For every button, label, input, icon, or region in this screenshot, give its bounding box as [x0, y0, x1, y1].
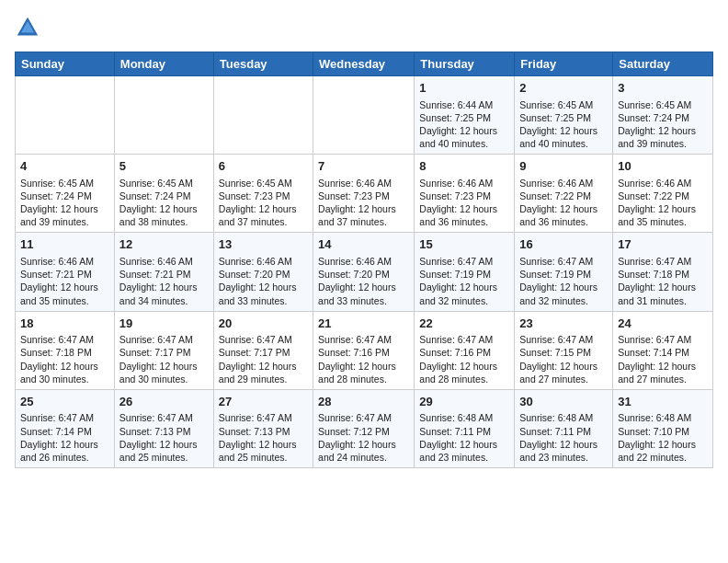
cell-text-line: Daylight: 12 hours [219, 438, 308, 451]
cell-text-line: and 27 minutes. [618, 373, 708, 385]
cell-text-line: and 39 minutes. [20, 215, 109, 228]
cell-text-line: Daylight: 12 hours [20, 360, 109, 373]
calendar-cell: 24Sunrise: 6:47 AMSunset: 7:14 PMDayligh… [613, 311, 713, 389]
cell-text-line: and 36 minutes. [519, 215, 608, 228]
header [15, 15, 713, 40]
day-number: 8 [419, 158, 509, 175]
cell-text-line: Sunrise: 6:46 AM [419, 177, 509, 190]
calendar-cell: 13Sunrise: 6:46 AMSunset: 7:20 PMDayligh… [213, 233, 313, 311]
cell-text-line: Sunrise: 6:47 AM [419, 255, 509, 268]
cell-text-line: and 37 minutes. [219, 215, 308, 228]
cell-text-line: Sunset: 7:21 PM [20, 268, 109, 281]
cell-text-line: Sunrise: 6:45 AM [119, 177, 209, 190]
cell-text-line: and 25 minutes. [219, 451, 308, 464]
cell-text-line: Sunset: 7:15 PM [519, 346, 608, 359]
cell-text-line: Sunset: 7:14 PM [618, 346, 708, 359]
cell-text-line: and 36 minutes. [419, 215, 509, 228]
cell-text-line: Sunrise: 6:47 AM [318, 411, 409, 424]
cell-text-line: Sunset: 7:25 PM [419, 111, 509, 124]
calendar-cell: 7Sunrise: 6:46 AMSunset: 7:23 PMDaylight… [313, 155, 415, 233]
calendar-cell [114, 76, 213, 155]
cell-text-line: Daylight: 12 hours [519, 124, 608, 137]
cell-content: 16Sunrise: 6:47 AMSunset: 7:19 PMDayligh… [519, 236, 608, 306]
cell-text-line: Daylight: 12 hours [20, 438, 109, 451]
logo [15, 15, 44, 40]
week-row-0: 1Sunrise: 6:44 AMSunset: 7:25 PMDaylight… [16, 76, 713, 155]
cell-text-line: Sunset: 7:23 PM [219, 190, 308, 202]
calendar-cell: 1Sunrise: 6:44 AMSunset: 7:25 PMDaylight… [415, 76, 515, 155]
cell-text-line: and 34 minutes. [119, 294, 209, 307]
calendar-cell [16, 76, 115, 155]
logo-icon [15, 15, 40, 40]
cell-content: 30Sunrise: 6:48 AMSunset: 7:11 PMDayligh… [519, 394, 608, 464]
cell-text-line: Sunrise: 6:46 AM [20, 255, 109, 268]
cell-text-line: and 33 minutes. [219, 294, 308, 307]
calendar-table: SundayMondayTuesdayWednesdayThursdayFrid… [15, 52, 713, 468]
cell-content: 31Sunrise: 6:48 AMSunset: 7:10 PMDayligh… [618, 394, 708, 464]
cell-text-line: Sunset: 7:21 PM [119, 268, 209, 281]
day-number: 17 [618, 236, 708, 253]
cell-text-line: Sunset: 7:14 PM [20, 425, 109, 438]
cell-text-line: Daylight: 12 hours [419, 360, 509, 373]
day-number: 16 [519, 236, 608, 253]
cell-text-line: and 22 minutes. [618, 451, 708, 464]
cell-text-line: Daylight: 12 hours [419, 281, 509, 293]
week-row-3: 18Sunrise: 6:47 AMSunset: 7:18 PMDayligh… [16, 311, 713, 389]
cell-text-line: Sunset: 7:23 PM [318, 190, 409, 202]
calendar-cell: 11Sunrise: 6:46 AMSunset: 7:21 PMDayligh… [16, 233, 115, 311]
cell-text-line: Sunset: 7:11 PM [419, 425, 509, 438]
calendar-cell: 31Sunrise: 6:48 AMSunset: 7:10 PMDayligh… [613, 389, 713, 467]
cell-text-line: Sunset: 7:25 PM [519, 111, 608, 124]
cell-text-line: Daylight: 12 hours [519, 202, 608, 215]
week-row-4: 25Sunrise: 6:47 AMSunset: 7:14 PMDayligh… [16, 389, 713, 467]
calendar-cell: 18Sunrise: 6:47 AMSunset: 7:18 PMDayligh… [16, 311, 115, 389]
cell-text-line: Sunset: 7:24 PM [618, 111, 708, 124]
cell-text-line: Daylight: 12 hours [618, 438, 708, 451]
calendar-cell: 14Sunrise: 6:46 AMSunset: 7:20 PMDayligh… [313, 233, 415, 311]
calendar-cell: 3Sunrise: 6:45 AMSunset: 7:24 PMDaylight… [613, 76, 713, 155]
day-number: 15 [419, 236, 509, 253]
cell-text-line: Daylight: 12 hours [519, 281, 608, 293]
calendar-cell: 21Sunrise: 6:47 AMSunset: 7:16 PMDayligh… [313, 311, 415, 389]
cell-text-line: and 40 minutes. [419, 137, 509, 150]
cell-text-line: Sunset: 7:11 PM [519, 425, 608, 438]
cell-text-line: Sunrise: 6:46 AM [618, 177, 708, 190]
day-header-monday: Monday [114, 52, 213, 76]
cell-content: 7Sunrise: 6:46 AMSunset: 7:23 PMDaylight… [318, 158, 409, 228]
cell-text-line: and 31 minutes. [618, 294, 708, 307]
cell-text-line: Sunset: 7:10 PM [618, 425, 708, 438]
cell-text-line: Sunset: 7:17 PM [219, 346, 308, 359]
calendar-cell: 17Sunrise: 6:47 AMSunset: 7:18 PMDayligh… [613, 233, 713, 311]
day-number: 21 [318, 316, 409, 332]
cell-text-line: Sunset: 7:24 PM [119, 190, 209, 202]
day-header-sunday: Sunday [16, 52, 115, 76]
day-number: 10 [618, 158, 708, 175]
cell-text-line: Daylight: 12 hours [119, 360, 209, 373]
cell-text-line: Daylight: 12 hours [419, 124, 509, 137]
cell-text-line: Sunrise: 6:46 AM [219, 255, 308, 268]
cell-text-line: Daylight: 12 hours [618, 202, 708, 215]
cell-text-line: and 25 minutes. [119, 451, 209, 464]
calendar-cell: 30Sunrise: 6:48 AMSunset: 7:11 PMDayligh… [515, 389, 613, 467]
cell-text-line: and 28 minutes. [419, 373, 509, 385]
cell-text-line: Sunrise: 6:46 AM [119, 255, 209, 268]
day-header-tuesday: Tuesday [213, 52, 313, 76]
cell-text-line: Daylight: 12 hours [119, 281, 209, 293]
calendar-cell: 29Sunrise: 6:48 AMSunset: 7:11 PMDayligh… [415, 389, 515, 467]
cell-text-line: Sunset: 7:16 PM [419, 346, 509, 359]
cell-content: 22Sunrise: 6:47 AMSunset: 7:16 PMDayligh… [419, 316, 509, 385]
cell-text-line: Daylight: 12 hours [318, 281, 409, 293]
cell-text-line: Daylight: 12 hours [219, 202, 308, 215]
day-header-wednesday: Wednesday [313, 52, 415, 76]
cell-text-line: and 29 minutes. [219, 373, 308, 385]
cell-text-line: and 35 minutes. [618, 215, 708, 228]
cell-text-line: Sunset: 7:20 PM [219, 268, 308, 281]
calendar-cell: 27Sunrise: 6:47 AMSunset: 7:13 PMDayligh… [213, 389, 313, 467]
calendar-cell: 2Sunrise: 6:45 AMSunset: 7:25 PMDaylight… [515, 76, 613, 155]
calendar-cell: 25Sunrise: 6:47 AMSunset: 7:14 PMDayligh… [16, 389, 115, 467]
cell-content: 8Sunrise: 6:46 AMSunset: 7:23 PMDaylight… [419, 158, 509, 228]
day-number: 18 [20, 316, 109, 332]
cell-text-line: Daylight: 12 hours [419, 438, 509, 451]
day-number: 23 [519, 316, 608, 332]
cell-text-line: Sunset: 7:19 PM [519, 268, 608, 281]
